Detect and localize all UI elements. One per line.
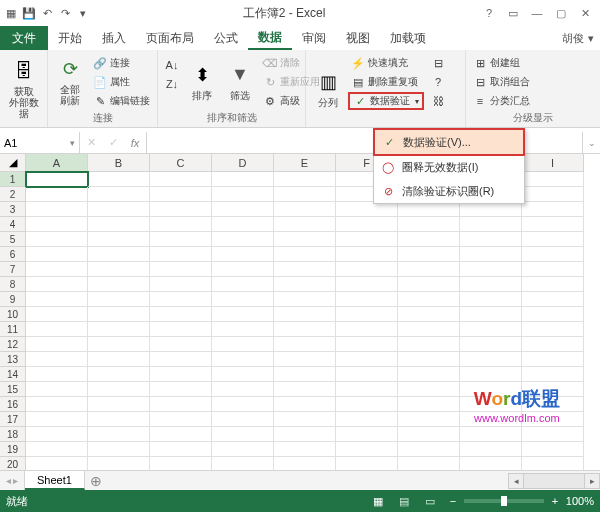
cell[interactable] [522, 292, 584, 307]
cell[interactable] [460, 247, 522, 262]
cell[interactable] [460, 322, 522, 337]
whatif-button[interactable]: ? [428, 73, 448, 91]
row-head[interactable]: 2 [0, 187, 26, 202]
cell[interactable] [150, 337, 212, 352]
cell[interactable] [26, 367, 88, 382]
sort-desc-button[interactable]: Z↓ [162, 75, 182, 93]
tab-formulas[interactable]: 公式 [204, 26, 248, 50]
cell[interactable] [212, 307, 274, 322]
cell[interactable] [26, 202, 88, 217]
cell[interactable] [150, 217, 212, 232]
cell[interactable] [522, 247, 584, 262]
cell[interactable] [274, 412, 336, 427]
cell[interactable] [336, 412, 398, 427]
cell[interactable] [522, 322, 584, 337]
cell[interactable] [460, 202, 522, 217]
expand-formula-bar-icon[interactable]: ⌄ [582, 132, 600, 153]
sheet-nav-next-icon[interactable]: ▸ [13, 475, 18, 486]
cell[interactable] [150, 292, 212, 307]
text-to-columns-button[interactable]: ▥ 分列 [310, 52, 346, 125]
cell[interactable] [274, 187, 336, 202]
cell[interactable] [274, 322, 336, 337]
cell[interactable] [522, 307, 584, 322]
cell[interactable] [212, 217, 274, 232]
cell[interactable] [212, 202, 274, 217]
cell[interactable] [336, 307, 398, 322]
cell[interactable] [88, 322, 150, 337]
cell[interactable] [88, 277, 150, 292]
cell[interactable] [26, 442, 88, 457]
cell[interactable] [88, 217, 150, 232]
row-head[interactable]: 9 [0, 292, 26, 307]
cell[interactable] [212, 172, 274, 187]
scroll-left-icon[interactable]: ◂ [508, 473, 524, 489]
cell[interactable] [212, 457, 274, 470]
view-normal-icon[interactable]: ▦ [368, 493, 388, 509]
dropdown-item-circle-invalid[interactable]: ◯圈释无效数据(I) [374, 155, 524, 179]
zoom-out-button[interactable]: − [446, 495, 460, 507]
sheet-tab[interactable]: Sheet1 [25, 471, 85, 490]
cell[interactable] [274, 442, 336, 457]
sort-button[interactable]: ⬍ 排序 [184, 52, 220, 110]
group-button[interactable]: ⊞创建组 [470, 54, 533, 72]
cell[interactable] [88, 382, 150, 397]
tab-view[interactable]: 视图 [336, 26, 380, 50]
cell[interactable] [88, 187, 150, 202]
cell[interactable] [336, 217, 398, 232]
cell[interactable] [336, 277, 398, 292]
cell[interactable] [522, 352, 584, 367]
cell[interactable] [88, 307, 150, 322]
cell[interactable] [150, 367, 212, 382]
cell[interactable] [274, 172, 336, 187]
cell[interactable] [336, 322, 398, 337]
cell[interactable] [88, 367, 150, 382]
remove-duplicates-button[interactable]: ▤删除重复项 [348, 73, 424, 91]
cell[interactable] [88, 337, 150, 352]
scroll-right-icon[interactable]: ▸ [584, 473, 600, 489]
cell[interactable] [212, 382, 274, 397]
cell[interactable] [460, 382, 522, 397]
cell[interactable] [522, 202, 584, 217]
row-head[interactable]: 12 [0, 337, 26, 352]
cell[interactable] [522, 367, 584, 382]
dropdown-item-validation[interactable]: ✓数据验证(V)... [373, 128, 525, 156]
cell[interactable] [274, 367, 336, 382]
undo-icon[interactable]: ↶ [40, 6, 54, 20]
cell[interactable] [88, 427, 150, 442]
cell[interactable] [88, 442, 150, 457]
cell[interactable] [522, 217, 584, 232]
cell[interactable] [26, 277, 88, 292]
cell[interactable] [460, 292, 522, 307]
ribbon-options-icon[interactable]: ▭ [502, 4, 524, 22]
view-page-break-icon[interactable]: ▭ [420, 493, 440, 509]
cell[interactable] [212, 412, 274, 427]
cell[interactable] [522, 442, 584, 457]
subtotal-button[interactable]: ≡分类汇总 [470, 92, 533, 110]
row-head[interactable]: 18 [0, 427, 26, 442]
cell[interactable] [336, 382, 398, 397]
cell[interactable] [398, 247, 460, 262]
cell[interactable] [150, 187, 212, 202]
row-head[interactable]: 7 [0, 262, 26, 277]
row-head[interactable]: 8 [0, 277, 26, 292]
cell[interactable] [336, 397, 398, 412]
cell[interactable] [522, 382, 584, 397]
cell[interactable] [88, 412, 150, 427]
cell[interactable] [522, 187, 584, 202]
cell[interactable] [398, 322, 460, 337]
cell[interactable] [26, 337, 88, 352]
add-sheet-button[interactable]: ⊕ [85, 471, 107, 490]
tab-home[interactable]: 开始 [48, 26, 92, 50]
save-icon[interactable]: 💾 [22, 6, 36, 20]
flash-fill-button[interactable]: ⚡快速填充 [348, 54, 424, 72]
sort-asc-button[interactable]: A↓ [162, 56, 182, 74]
col-head[interactable]: E [274, 154, 336, 172]
user-name[interactable]: 胡俊 [562, 31, 584, 46]
cell[interactable] [212, 232, 274, 247]
cell[interactable] [336, 352, 398, 367]
cell[interactable] [212, 262, 274, 277]
cell[interactable] [398, 442, 460, 457]
cell[interactable] [460, 397, 522, 412]
cell[interactable] [522, 232, 584, 247]
cell[interactable] [336, 262, 398, 277]
